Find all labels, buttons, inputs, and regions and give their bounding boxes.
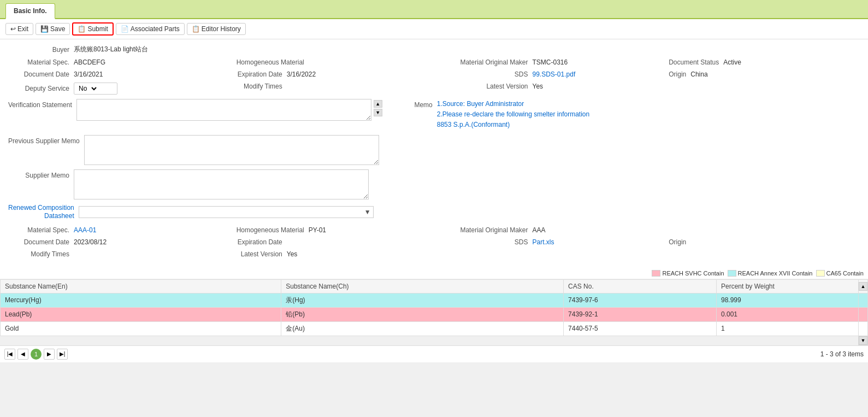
substance-table: Substance Name(En) Substance Name(Ch) CA…: [0, 279, 868, 336]
table-row: Gold 金(Au) 7440-57-5 1: [1, 321, 868, 336]
previous-supplier-memo-label: Previous Supplier Memo: [8, 135, 84, 145]
origin-label: Origin: [647, 71, 690, 78]
sub-original-maker-value: AAA: [533, 226, 557, 234]
legend-ca65-label: CA65 Contain: [826, 270, 864, 277]
sub-material-spec-label: Material Spec.: [8, 226, 74, 234]
sub-material-spec-value[interactable]: AAA-01: [74, 226, 107, 234]
next-page-button[interactable]: ▶: [44, 349, 55, 360]
sub-original-maker-label: Material Original Maker: [434, 226, 533, 234]
cell-percent: 1: [717, 321, 859, 336]
col-header-percent: Percent by Weight: [717, 279, 859, 293]
main-content: Buyer 系统账8013-Lab light站台 Material Spec.…: [0, 39, 868, 268]
sub-modify-times-label: Modify Times: [8, 250, 74, 258]
associated-parts-button[interactable]: 📄 Associated Parts: [116, 23, 185, 35]
table-scroll-down[interactable]: ▼: [859, 336, 867, 345]
cell-percent: 0.001: [717, 307, 859, 321]
renewed-composition-dropdown[interactable]: ▼: [79, 206, 374, 218]
renewed-composition-row: Renewed Composition Datasheet ▼: [8, 204, 860, 221]
material-spec-label: Material Spec.: [8, 58, 74, 66]
submit-button[interactable]: 📋 Submit: [72, 22, 113, 36]
legend-ca65: CA65 Contain: [816, 270, 864, 277]
pagination-total: 1 - 3 of 3 items: [820, 350, 864, 358]
legend-reach-svhc-color: [652, 270, 660, 277]
buyer-value: 系统账8013-Lab light站台: [74, 45, 159, 54]
page-controls: |◀ ◀ 1 ▶ ▶|: [4, 349, 68, 360]
save-button[interactable]: 💾 Save: [36, 23, 70, 35]
origin-value: China: [690, 71, 718, 78]
sub-sds-link[interactable]: Part.xls: [533, 238, 565, 246]
cell-scroll: [859, 321, 868, 336]
sub-homogeneous-value: PY-01: [309, 226, 337, 234]
tab-bar: Basic Info.: [0, 0, 868, 19]
cell-cas: 7439-92-1: [564, 307, 717, 321]
current-page: 1: [31, 349, 42, 360]
cell-name-ch: 汞(Hg): [281, 293, 564, 307]
document-date-value: 3/16/2021: [74, 71, 114, 78]
homogeneous-material-label: Homogeneous Material: [221, 58, 309, 66]
save-icon: 💾: [40, 25, 49, 33]
last-page-button[interactable]: ▶|: [57, 349, 68, 360]
cell-cas: 7439-97-6: [564, 293, 717, 307]
first-page-button[interactable]: |◀: [4, 349, 15, 360]
table-row: Lead(Pb) 铅(Pb) 7439-92-1 0.001: [1, 307, 868, 321]
cell-percent: 98.999: [717, 293, 859, 307]
sub-origin-label: Origin: [647, 238, 690, 246]
associated-parts-icon: 📄: [121, 25, 129, 33]
sub-latest-version-label: Latest Version: [221, 250, 287, 258]
sub-document-date-label: Document Date: [8, 238, 74, 246]
col-header-name-ch: Substance Name(Ch): [281, 279, 564, 293]
verification-scroll-up[interactable]: ▲: [374, 100, 382, 108]
document-status-label: Document Status: [647, 58, 723, 66]
sub-homogeneous-label: Homogeneous Material: [221, 226, 309, 234]
cell-name-en: Gold: [1, 321, 281, 336]
material-original-maker-value: TSMC-0316: [533, 58, 579, 66]
substance-table-wrapper: Substance Name(En) Substance Name(Ch) CA…: [0, 279, 868, 345]
legend-reach-annex-label: REACH Annex XVII Contain: [738, 270, 813, 277]
sub-document-date-row: Document Date 2023/08/12 Expiration Date…: [8, 238, 860, 246]
document-date-label: Document Date: [8, 71, 74, 78]
sub-material-spec-row: Material Spec. AAA-01 Homogeneous Materi…: [8, 226, 860, 234]
deputy-service-row: Deputy Service No Yes Modify Times Lates…: [8, 83, 860, 95]
sub-modify-row: Modify Times Latest Version Yes: [8, 250, 860, 258]
toolbar: ↩ Exit 💾 Save 📋 Submit 📄 Associated Part…: [0, 19, 868, 39]
exit-icon: ↩: [10, 25, 16, 33]
material-original-maker-label: Material Original Maker: [434, 58, 533, 66]
deputy-service-select[interactable]: No Yes: [74, 83, 117, 95]
cell-scroll: [859, 307, 868, 321]
supplier-memo-textarea[interactable]: [74, 169, 369, 199]
memo-line2: 2.Please re-declare the following smelte…: [437, 109, 589, 120]
submit-icon: 📋: [78, 25, 86, 33]
dropdown-arrow-icon: ▼: [364, 208, 371, 216]
latest-version-label: Latest Version: [434, 83, 533, 90]
editor-history-button[interactable]: 📋 Editor History: [187, 23, 246, 35]
memo-line1: 1.Source: Buyer Administrator: [437, 99, 589, 109]
legend-reach-svhc-label: REACH SVHC Contain: [662, 270, 724, 277]
legend-reach-annex: REACH Annex XVII Contain: [728, 270, 813, 277]
verification-statement-label: Verification Statement: [8, 99, 76, 109]
sds-label: SDS: [434, 71, 533, 78]
verification-statement-textarea[interactable]: [76, 99, 371, 121]
buyer-label: Buyer: [8, 46, 74, 54]
tab-basic-info[interactable]: Basic Info.: [5, 3, 55, 19]
buyer-row: Buyer 系统账8013-Lab light站台: [8, 45, 860, 54]
previous-supplier-memo-textarea[interactable]: [84, 135, 379, 165]
sds-link[interactable]: 99.SDS-01.pdf: [533, 71, 587, 78]
verification-row: Verification Statement ▲ ▼ Memo 1.Source…: [8, 99, 860, 131]
expiration-date-label: Expiration Date: [221, 71, 287, 78]
verification-scroll-down[interactable]: ▼: [374, 109, 382, 116]
cell-name-ch: 铅(Pb): [281, 307, 564, 321]
supplier-memo-row: Supplier Memo: [8, 169, 860, 199]
exit-button[interactable]: ↩ Exit: [5, 23, 33, 35]
table-scroll-up[interactable]: ▲: [859, 282, 867, 291]
cell-scroll: [859, 293, 868, 307]
renewed-composition-link[interactable]: Renewed Composition Datasheet: [8, 204, 79, 221]
prev-page-button[interactable]: ◀: [17, 349, 28, 360]
deputy-service-label: Deputy Service: [8, 85, 74, 92]
memo-label: Memo: [404, 99, 437, 109]
deputy-service-dropdown[interactable]: No Yes: [76, 84, 98, 93]
sub-sds-label: SDS: [434, 238, 533, 246]
cell-name-en: Mercury(Hg): [1, 293, 281, 307]
document-status-value: Active: [723, 58, 752, 66]
scroll-column: ▲: [859, 279, 868, 293]
supplier-memo-label: Supplier Memo: [8, 169, 74, 179]
